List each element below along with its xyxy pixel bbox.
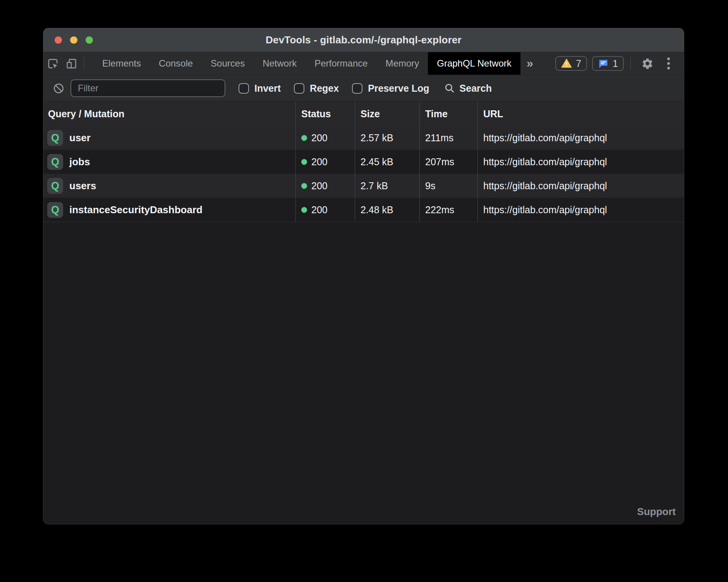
controls-separator: [630, 57, 631, 70]
query-name: users: [69, 180, 96, 192]
invert-checkbox[interactable]: [239, 83, 249, 94]
traffic-lights: [55, 28, 93, 52]
status-value: 200: [311, 132, 328, 144]
size-value: 2.45 kB: [355, 150, 419, 174]
issues-badge[interactable]: 1: [592, 56, 624, 71]
devtools-window: DevTools - gitlab.com/-/graphql-explorer…: [43, 28, 684, 524]
tab-memory[interactable]: Memory: [377, 52, 428, 75]
minimize-button[interactable]: [70, 36, 77, 44]
block-icon: [53, 82, 65, 94]
window-title: DevTools - gitlab.com/-/graphql-explorer: [266, 34, 462, 46]
query-badge: Q: [47, 154, 63, 170]
query-name: jobs: [69, 156, 90, 168]
panel-tabs: Elements Console Sources Network Perform…: [93, 52, 520, 75]
query-name: user: [69, 132, 91, 144]
column-header-url: URL: [477, 102, 684, 126]
warnings-count: 7: [576, 58, 581, 69]
invert-checkbox-group[interactable]: Invert: [239, 83, 281, 94]
url-value: https://gitlab.com/api/graphql: [477, 198, 684, 222]
tab-bar-right-controls: 7 1: [555, 52, 684, 75]
status-ok-dot: [301, 183, 307, 189]
size-value: 2.48 kB: [355, 198, 419, 222]
title-bar: DevTools - gitlab.com/-/graphql-explorer: [43, 28, 684, 52]
table-row[interactable]: Q user 200 2.57 kB 211ms https://gitlab.…: [43, 126, 684, 150]
gear-icon: [641, 57, 654, 70]
regex-checkbox[interactable]: [294, 83, 304, 94]
tab-sources[interactable]: Sources: [202, 52, 254, 75]
inspect-cursor-icon: [47, 58, 59, 70]
clear-requests-button[interactable]: [53, 82, 65, 94]
time-value: 211ms: [419, 126, 477, 150]
column-header-time: Time: [419, 102, 477, 126]
warning-triangle-icon: [561, 58, 572, 69]
preserve-log-checkbox-group[interactable]: Preserve Log: [352, 83, 429, 94]
query-badge: Q: [47, 202, 63, 218]
status-ok-dot: [301, 159, 307, 165]
inspect-element-button[interactable]: [43, 52, 62, 75]
time-value: 222ms: [419, 198, 477, 222]
preserve-log-checkbox[interactable]: [352, 83, 362, 94]
regex-label: Regex: [310, 83, 339, 94]
tab-graphql-network[interactable]: GraphQL Network: [428, 52, 520, 75]
device-toolbar-icon: [65, 58, 77, 70]
status-value: 200: [311, 156, 328, 168]
more-tabs-button[interactable]: »: [520, 52, 539, 75]
invert-label: Invert: [254, 83, 281, 94]
size-value: 2.57 kB: [355, 126, 419, 150]
table-row[interactable]: Q users 200 2.7 kB 9s https://gitlab.com…: [43, 174, 684, 198]
time-value: 9s: [419, 174, 477, 198]
regex-checkbox-group[interactable]: Regex: [294, 83, 339, 94]
url-value: https://gitlab.com/api/graphql: [477, 126, 684, 150]
url-value: https://gitlab.com/api/graphql: [477, 150, 684, 174]
filter-toolbar: Invert Regex Preserve Log Search: [43, 75, 684, 101]
status-ok-dot: [301, 135, 307, 141]
status-value: 200: [311, 204, 328, 216]
settings-button[interactable]: [637, 57, 658, 70]
empty-panel-area: Support: [43, 222, 684, 524]
request-list: Q user 200 2.57 kB 211ms https://gitlab.…: [43, 126, 684, 222]
toolbar-separator: [84, 57, 84, 70]
warnings-badge[interactable]: 7: [555, 56, 587, 71]
zoom-button[interactable]: [86, 36, 93, 44]
chevron-double-right-icon: »: [527, 56, 533, 70]
column-header-status: Status: [295, 102, 355, 126]
table-row[interactable]: Q jobs 200 2.45 kB 207ms https://gitlab.…: [43, 150, 684, 174]
table-header: Query / Mutation Status Size Time URL: [43, 101, 684, 126]
close-button[interactable]: [55, 36, 62, 44]
support-link[interactable]: Support: [637, 506, 676, 518]
tab-performance[interactable]: Performance: [306, 52, 376, 75]
message-bubble-icon: [598, 58, 609, 69]
column-header-size: Size: [355, 102, 419, 126]
query-badge: Q: [47, 130, 63, 146]
filter-input[interactable]: [70, 79, 225, 97]
search-label: Search: [460, 83, 492, 94]
query-name: instanceSecurityDashboard: [69, 204, 203, 216]
url-value: https://gitlab.com/api/graphql: [477, 174, 684, 198]
tab-console[interactable]: Console: [150, 52, 202, 75]
table-row[interactable]: Q instanceSecurityDashboard 200 2.48 kB …: [43, 198, 684, 222]
search-icon: [444, 83, 455, 94]
preserve-log-label: Preserve Log: [368, 83, 429, 94]
size-value: 2.7 kB: [355, 174, 419, 198]
column-header-query: Query / Mutation: [43, 102, 295, 126]
search-button[interactable]: Search: [444, 83, 492, 94]
status-value: 200: [311, 180, 328, 192]
devtools-tab-bar: Elements Console Sources Network Perform…: [43, 52, 684, 75]
more-options-button[interactable]: [663, 56, 675, 70]
tab-network[interactable]: Network: [254, 52, 306, 75]
time-value: 207ms: [419, 150, 477, 174]
query-badge: Q: [47, 178, 63, 194]
vertical-dots-icon: [666, 56, 671, 70]
status-ok-dot: [301, 207, 307, 213]
device-toolbar-button[interactable]: [62, 52, 81, 75]
issues-count: 1: [613, 58, 618, 69]
tab-elements[interactable]: Elements: [93, 52, 150, 75]
